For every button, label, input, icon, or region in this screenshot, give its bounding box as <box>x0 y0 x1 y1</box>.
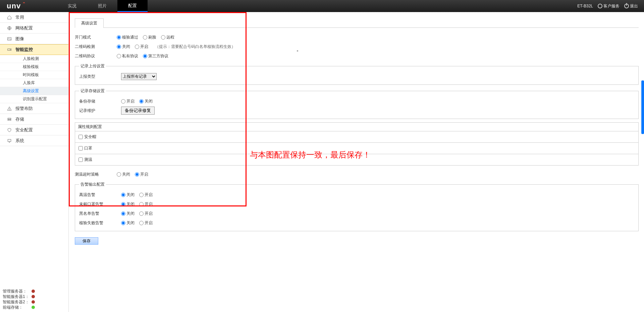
radio-verifyfail-off[interactable]: 关闭 <box>121 220 135 226</box>
system-icon <box>7 138 12 143</box>
repair-button[interactable]: 备份记录修复 <box>121 107 155 115</box>
radio-verifyfail-on[interactable]: 开启 <box>139 220 153 226</box>
radio-qr-on[interactable]: 开启 <box>135 44 148 50</box>
radio-qr-off[interactable]: 关闭 <box>117 44 130 50</box>
sidebar: 常用 网络配置 图像 智能监控 人脸检测 核验模板 时间模板 人脸库 高级设置 … <box>0 12 69 312</box>
radio-open-verify-input[interactable] <box>117 35 121 40</box>
group-alarm: 告警输出配置 高温告警 关闭 开启 未戴口罩告警 关闭 开启 黑 <box>75 182 639 231</box>
radio-timeout-off[interactable]: 关闭 <box>117 172 130 177</box>
checkbox-temp[interactable] <box>78 158 83 162</box>
radio-nomask-off[interactable]: 关闭 <box>121 201 135 207</box>
radio-hightemp-off-input[interactable] <box>121 193 125 197</box>
radio-nomask-off-label: 关闭 <box>126 201 135 207</box>
status-panel: 管理服务器： 智能服务器1： 智能服务器2： 前端存储： <box>0 287 68 312</box>
radio-backup-on-input[interactable] <box>121 99 125 104</box>
checkbox-helmet-label: 安全帽 <box>84 134 96 140</box>
radio-qr-on-input[interactable] <box>135 45 139 49</box>
image-icon <box>7 36 12 42</box>
sub-verify-template[interactable]: 核验模板 <box>0 63 68 71</box>
checkbox-mask[interactable] <box>78 146 83 150</box>
radio-proto-private-label: 私有协议 <box>122 53 138 59</box>
sidebar-label-storage: 存储 <box>15 116 24 122</box>
radio-verifyfail-off-input[interactable] <box>121 221 125 225</box>
radio-blacklist-off-input[interactable] <box>121 211 125 216</box>
radio-open-verify[interactable]: 核验通过 <box>117 35 138 40</box>
label-verifyfail: 核验失败告警 <box>79 220 121 226</box>
logout-link[interactable]: 退出 <box>624 3 638 9</box>
sidebar-item-security[interactable]: 安全配置 <box>0 125 68 135</box>
legend-alarm: 告警输出配置 <box>79 182 106 187</box>
label-open-mode: 开门模式 <box>75 35 117 40</box>
radio-timeout-on[interactable]: 开启 <box>135 172 148 177</box>
tab-advanced[interactable]: 高级设置 <box>75 18 104 28</box>
group-upload: 记录上传设置 上报类型 上报所有记录 <box>75 63 639 85</box>
sidebar-item-alarm[interactable]: 报警布防 <box>0 103 68 114</box>
home-icon <box>7 15 12 20</box>
sub-face-library[interactable]: 人脸库 <box>0 79 68 87</box>
attr-helmet: 安全帽 <box>75 131 638 143</box>
radio-nomask-on[interactable]: 开启 <box>139 201 153 207</box>
content-area: 高级设置 开门模式 核验通过 刷脸 远程 二维码检测 关闭 开启 （提示：需要配… <box>69 12 644 312</box>
top-bar-right: ET-B32L 客户服务 退出 <box>577 3 644 9</box>
radio-backup-on[interactable]: 开启 <box>121 99 135 104</box>
radio-nomask-on-input[interactable] <box>139 202 144 206</box>
sidebar-label-image: 图像 <box>15 36 24 42</box>
radio-proto-private-input[interactable] <box>117 54 121 58</box>
radio-timeout-off-input[interactable] <box>117 172 121 177</box>
radio-timeout-on-input[interactable] <box>135 172 139 177</box>
radio-proto-third[interactable]: 第三方协议 <box>143 53 168 59</box>
radio-open-verify-label: 核验通过 <box>122 35 138 40</box>
row-temp-timeout: 测温超时策略 关闭 开启 <box>75 170 639 178</box>
radio-open-remote[interactable]: 远程 <box>161 35 174 40</box>
sidebar-item-system[interactable]: 系统 <box>0 135 68 146</box>
radio-hightemp-on-input[interactable] <box>139 193 144 197</box>
sidebar-label-common: 常用 <box>15 14 24 20</box>
radio-hightemp-off[interactable]: 关闭 <box>121 192 135 198</box>
sidebar-label-smart: 智能监控 <box>15 47 33 53</box>
status-smart1-label: 智能服务器1： <box>3 294 32 300</box>
radio-qr-off-input[interactable] <box>117 45 121 49</box>
sub-advanced[interactable]: 高级设置 <box>0 87 68 95</box>
radio-nomask-off-input[interactable] <box>121 202 125 206</box>
svg-rect-4 <box>8 118 11 119</box>
radio-verifyfail-on-input[interactable] <box>139 221 144 225</box>
status-dot-red-icon <box>32 290 35 293</box>
sub-display-config[interactable]: 识别显示配置 <box>0 95 68 103</box>
radio-proto-third-input[interactable] <box>143 54 147 58</box>
label-qr-detect: 二维码检测 <box>75 44 117 50</box>
radio-blacklist-off[interactable]: 关闭 <box>121 211 135 216</box>
radio-open-face-input[interactable] <box>143 35 147 40</box>
radio-open-remote-input[interactable] <box>161 35 165 40</box>
select-report-type[interactable]: 上报所有记录 <box>121 73 157 80</box>
radio-open-face-label: 刷脸 <box>148 35 156 40</box>
sidebar-item-image[interactable]: 图像 <box>0 34 68 44</box>
row-alarm-hightemp: 高温告警 关闭 开启 <box>79 191 634 199</box>
checkbox-helmet[interactable] <box>78 135 83 139</box>
sidebar-item-storage[interactable]: 存储 <box>0 114 68 125</box>
camera-icon <box>7 47 12 52</box>
sidebar-item-network[interactable]: 网络配置 <box>0 23 68 34</box>
row-qr-detect: 二维码检测 关闭 开启 （提示：需要配合号码白名单核验流程生效） <box>75 43 639 51</box>
qr-detect-note: （提示：需要配合号码白名单核验流程生效） <box>155 44 235 50</box>
sidebar-item-smart[interactable]: 智能监控 <box>0 44 68 55</box>
sidebar-label-alarm: 报警布防 <box>15 106 33 112</box>
radio-qr-on-label: 开启 <box>140 44 148 50</box>
radio-blacklist-on-input[interactable] <box>139 211 144 216</box>
sub-face-detect[interactable]: 人脸检测 <box>0 55 68 63</box>
nav-live[interactable]: 实况 <box>57 0 87 12</box>
tab-bar: 高级设置 <box>75 18 639 28</box>
customer-service-link[interactable]: 客户服务 <box>598 3 620 9</box>
nav-photo[interactable]: 照片 <box>87 0 117 12</box>
radio-proto-private[interactable]: 私有协议 <box>117 53 138 59</box>
save-button[interactable]: 保存 <box>75 237 98 245</box>
radio-open-face[interactable]: 刷脸 <box>143 35 156 40</box>
nav-config[interactable]: 配置 <box>117 0 148 12</box>
radio-blacklist-on[interactable]: 开启 <box>139 211 153 216</box>
status-dot-red-icon <box>32 295 35 298</box>
sidebar-item-common[interactable]: 常用 <box>0 12 68 23</box>
radio-proto-third-label: 第三方协议 <box>148 53 168 59</box>
radio-hightemp-on[interactable]: 开启 <box>139 192 153 198</box>
radio-backup-off[interactable]: 关闭 <box>139 99 153 104</box>
radio-backup-off-input[interactable] <box>139 99 144 104</box>
sub-time-template[interactable]: 时间模板 <box>0 71 68 79</box>
